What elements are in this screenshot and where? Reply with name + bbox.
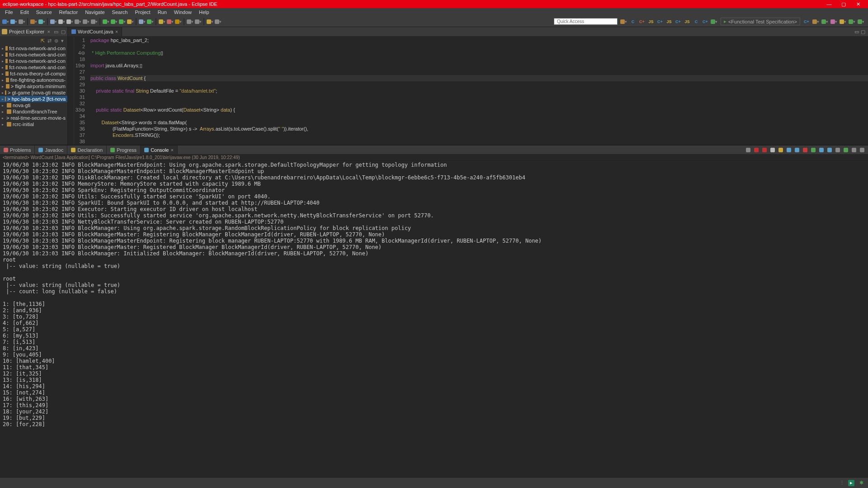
sidebar-item-2[interactable]: ▸fct-nova-network-and-con — [0, 58, 67, 64]
link-icon[interactable]: ▾ — [50, 18, 57, 25]
link-editor-icon[interactable]: ⇄ — [47, 38, 52, 42]
editor-max-icon[interactable]: ▢ — [861, 29, 865, 35]
java-persp-icon[interactable]: ▾ — [812, 18, 819, 25]
close-button[interactable]: ✕ — [851, 1, 865, 7]
sidebar-item-8[interactable]: ▸> hpc-labs-part-2 [fct-nova — [0, 96, 67, 102]
run-icon[interactable]: ▾ — [110, 18, 118, 25]
c2-icon[interactable]: C+ — [656, 18, 664, 25]
nav-icon[interactable]: ▾ — [186, 18, 193, 25]
menu-file[interactable]: File — [2, 9, 16, 15]
tab-console[interactable]: Console× — [141, 145, 178, 154]
a-icon[interactable]: ▾ — [74, 18, 81, 25]
maximize-button[interactable]: ▢ — [836, 1, 851, 7]
editor-min-icon[interactable]: ▭ — [854, 29, 859, 35]
scroll-lock-icon[interactable] — [778, 147, 784, 153]
menu-run[interactable]: Run — [155, 9, 170, 15]
ext-tools-icon[interactable]: ▾ — [138, 18, 146, 25]
git-persp-icon[interactable]: ▾ — [830, 18, 837, 25]
c-icon[interactable]: C — [629, 18, 637, 25]
save-icon[interactable]: ▾ — [10, 18, 17, 25]
m1-icon[interactable] — [818, 147, 825, 153]
save-all-icon[interactable]: ▾ — [18, 18, 25, 25]
undo-icon[interactable]: ▾ — [58, 18, 65, 25]
m2-icon[interactable] — [826, 147, 833, 153]
search-icon[interactable]: ▾ — [158, 18, 165, 25]
sidebar-item-7[interactable]: ▸> gt-game [nova-gti maste — [0, 89, 67, 96]
b-icon[interactable]: ▾ — [82, 18, 90, 25]
sidebar-item-9[interactable]: ▸nova-gti — [0, 102, 67, 108]
collapse-all-icon[interactable]: ⇱ — [41, 38, 45, 42]
terminate-icon[interactable] — [745, 147, 751, 153]
debug-icon[interactable]: ▾ — [102, 18, 109, 25]
forward-icon[interactable]: ▾ — [214, 18, 222, 25]
js2-icon[interactable]: JS — [665, 18, 673, 25]
new-icon[interactable]: ▾ — [2, 18, 9, 25]
sidebar-item-6[interactable]: ▸> flight-airports-minimum — [0, 83, 67, 89]
menu-refactor[interactable]: Refactor — [56, 9, 81, 15]
toggle-icon[interactable]: ▾ — [166, 18, 174, 25]
menu-project[interactable]: Project — [132, 9, 153, 15]
sidebar-item-1[interactable]: ▸fct-nova-network-and-con — [0, 52, 67, 58]
new-java-icon[interactable]: ▾ — [146, 18, 154, 25]
debug-persp-icon[interactable]: ▾ — [821, 18, 828, 25]
code-editor[interactable]: 124⊖1819⊖27282930313233⊖3435363738 packa… — [68, 36, 868, 145]
x-persp-icon[interactable]: ▾ — [839, 18, 846, 25]
open-icon[interactable]: ▾ — [30, 18, 37, 25]
sidebar-item-12[interactable]: ▸rcrc-initial — [0, 121, 67, 127]
nav2-icon[interactable]: ▾ — [194, 18, 202, 25]
redo-icon[interactable]: ▾ — [66, 18, 73, 25]
close-icon[interactable]: × — [47, 29, 50, 34]
status-bug-icon[interactable]: ✱ — [858, 480, 864, 486]
c-icon[interactable]: ▾ — [90, 18, 98, 25]
perspective-fts[interactable]: ▸<Functional Test Specification> — [721, 18, 800, 25]
js-icon[interactable]: JS — [647, 18, 655, 25]
maximize-view-icon[interactable]: ▢ — [61, 29, 66, 35]
js3-icon[interactable]: JS — [684, 18, 691, 25]
sidebar-item-4[interactable]: ▸fct-nova-theory-of-compu — [0, 70, 67, 77]
remove-icon[interactable] — [753, 147, 760, 153]
bug2-persp-icon[interactable]: ▾ — [848, 18, 855, 25]
tab-javadoc[interactable]: Javadoc — [35, 145, 67, 154]
open-console-icon[interactable] — [810, 147, 816, 153]
c3-icon[interactable]: C+ — [675, 18, 682, 25]
quick-access-input[interactable] — [554, 18, 618, 25]
run-last-icon[interactable]: ▾ — [127, 18, 134, 25]
min-icon[interactable] — [851, 147, 857, 153]
menu-help[interactable]: Help — [196, 9, 212, 15]
menu-source[interactable]: Source — [33, 9, 55, 15]
menu-navigate[interactable]: Navigate — [82, 9, 108, 15]
m4-icon[interactable] — [843, 147, 849, 153]
sidebar-item-10[interactable]: ▸RandomBranchTree — [0, 108, 67, 115]
minimize-button[interactable]: — — [822, 1, 836, 7]
minimize-view-icon[interactable]: ▭ — [54, 29, 58, 35]
display-icon[interactable] — [802, 147, 808, 153]
status-play-icon[interactable]: ▸ — [848, 480, 854, 486]
menu-window[interactable]: Window — [171, 9, 195, 15]
bug-icon[interactable]: ▾ — [711, 18, 718, 25]
focus-icon[interactable]: ⊚ — [54, 38, 59, 42]
cpersp-icon[interactable]: C+ — [803, 18, 810, 25]
remove-all-icon[interactable] — [761, 147, 768, 153]
back-icon[interactable]: ▾ — [206, 18, 213, 25]
pin-icon[interactable] — [794, 147, 800, 153]
magnify-icon[interactable]: ▾ — [175, 18, 182, 25]
clear-icon[interactable] — [769, 147, 776, 153]
sidebar-item-5[interactable]: ▸fire-fighting-autonomous- — [0, 77, 67, 83]
close-tab-icon[interactable]: × — [170, 147, 173, 153]
sidebar-item-11[interactable]: ▸> real-time-secure-movie-s — [0, 115, 67, 121]
close-tab-icon[interactable]: × — [115, 29, 118, 34]
coverage-icon[interactable]: ▾ — [118, 18, 126, 25]
c4-icon[interactable]: C — [693, 18, 700, 25]
bug3-persp-icon[interactable]: ▾ — [857, 18, 864, 25]
tab-wordcount[interactable]: WordCount.java × — [68, 27, 122, 36]
open-perspective-icon[interactable]: ▾ — [620, 18, 627, 25]
menu-edit[interactable]: Edit — [17, 9, 32, 15]
tab-progress[interactable]: Progress — [107, 145, 141, 154]
console-output[interactable]: 19/06/30 10:23:02 INFO BlockManagerMaste… — [0, 161, 868, 477]
c5-icon[interactable]: C+ — [702, 18, 709, 25]
menu-search[interactable]: Search — [109, 9, 131, 15]
m3-icon[interactable] — [835, 147, 841, 153]
word-wrap-icon[interactable] — [786, 147, 792, 153]
tab-declaration[interactable]: Declaration — [67, 145, 107, 154]
open-type-icon[interactable]: ▾ — [38, 18, 45, 25]
